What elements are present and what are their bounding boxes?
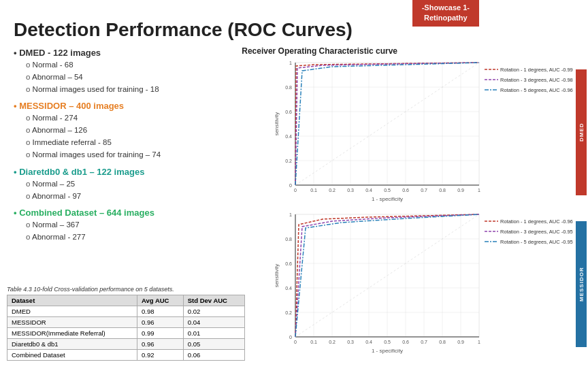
svg-text:0.6: 0.6 bbox=[402, 340, 409, 344]
performance-table: Dataset Avg AUC Std Dev AUC DMED0.980.02… bbox=[7, 295, 245, 361]
list-item: Immediate referral - 85 bbox=[26, 137, 259, 149]
svg-text:0.4: 0.4 bbox=[285, 134, 292, 139]
col-header-std-dev: Std Dev AUC bbox=[183, 295, 244, 306]
list-item: Normal images used for training - 18 bbox=[26, 84, 259, 96]
dmed-chart-svg: 0 0.2 0.4 0.6 0.8 1 0 0.1 0.2 0.3 0.4 0.… bbox=[268, 56, 574, 202]
section-diaretdb-items: Normal – 25 Abnormal - 97 bbox=[14, 178, 259, 203]
table-cell-std-dev: 0.02 bbox=[183, 306, 244, 317]
table-cell-std-dev: 0.05 bbox=[183, 339, 244, 350]
svg-text:0.8: 0.8 bbox=[285, 85, 292, 90]
svg-text:0.5: 0.5 bbox=[384, 188, 391, 193]
svg-text:0.2: 0.2 bbox=[285, 159, 292, 163]
svg-text:Rotation - 1 degrees, AUC -0.9: Rotation - 1 degrees, AUC -0.99 bbox=[500, 67, 573, 73]
svg-text:1: 1 bbox=[289, 61, 292, 65]
svg-text:1: 1 bbox=[289, 212, 292, 217]
table-cell-dataset: Diaretdb0 & db1 bbox=[7, 339, 137, 350]
banner-line2: Retinopathy bbox=[424, 14, 468, 22]
svg-text:0.6: 0.6 bbox=[285, 261, 292, 266]
table-cell-std-dev: 0.04 bbox=[183, 317, 244, 328]
section-dmed-title: • DMED - 122 images bbox=[14, 48, 259, 58]
table-row: Diaretdb0 & db10.960.05 bbox=[7, 339, 245, 350]
svg-text:0.8: 0.8 bbox=[285, 237, 292, 242]
svg-text:0: 0 bbox=[289, 335, 292, 340]
list-item: Abnormal - 277 bbox=[26, 231, 259, 244]
col-header-avg-auc: Avg AUC bbox=[137, 295, 184, 306]
dmed-side-label: DMED bbox=[576, 69, 587, 195]
svg-text:0.2: 0.2 bbox=[285, 310, 292, 315]
charts-panel: 0 0.2 0.4 0.6 0.8 1 0 0.1 0.2 0.3 0.4 0.… bbox=[268, 56, 574, 354]
section-messidor-items: Normal - 274 Abnormal – 126 Immediate re… bbox=[14, 112, 259, 161]
svg-text:Rotation - 1 degrees, AUC -0.9: Rotation - 1 degrees, AUC -0.96 bbox=[500, 218, 573, 225]
section-combined-items: Normal – 367 Abnormal - 277 bbox=[14, 219, 259, 244]
table-cell-dataset: MESSIDOR(Immediate Referral) bbox=[7, 328, 137, 339]
svg-text:0: 0 bbox=[289, 183, 292, 188]
svg-text:0.1: 0.1 bbox=[310, 340, 317, 344]
svg-text:Rotation - 5 degrees, AUC -0.9: Rotation - 5 degrees, AUC -0.96 bbox=[500, 87, 573, 93]
svg-text:0.6: 0.6 bbox=[285, 110, 292, 114]
section-messidor: • MESSIDOR – 400 images Normal - 274 Abn… bbox=[14, 101, 259, 161]
list-item: Normal images used for training – 74 bbox=[26, 149, 259, 161]
svg-text:1 - specificity: 1 - specificity bbox=[372, 196, 403, 202]
table-cell-std-dev: 0.06 bbox=[183, 350, 244, 361]
svg-text:0.7: 0.7 bbox=[421, 340, 427, 344]
list-item: Abnormal – 126 bbox=[26, 125, 259, 137]
banner-line1: -Showcase 1- bbox=[422, 3, 470, 12]
section-dmed-items: Normal - 68 Abnormal – 54 Normal images … bbox=[14, 59, 259, 95]
table-cell-dataset: DMED bbox=[7, 306, 137, 317]
section-combined-title: • Combined Dataset – 644 images bbox=[14, 208, 259, 218]
list-item: Abnormal - 97 bbox=[26, 191, 259, 203]
table-cell-dataset: Combined Dataset bbox=[7, 350, 137, 361]
svg-text:0: 0 bbox=[294, 188, 297, 193]
svg-text:1 - specificity: 1 - specificity bbox=[372, 348, 403, 354]
table-cell-avg-auc: 0.99 bbox=[137, 328, 184, 339]
svg-text:0.5: 0.5 bbox=[384, 340, 391, 344]
page-title: Detection Performance (ROC Curves) bbox=[14, 19, 353, 41]
top-banner: -Showcase 1- Retinopathy bbox=[412, 0, 479, 27]
svg-text:0.8: 0.8 bbox=[439, 188, 446, 193]
svg-text:1: 1 bbox=[478, 340, 480, 344]
svg-text:0.4: 0.4 bbox=[365, 188, 372, 193]
section-messidor-title: • MESSIDOR – 400 images bbox=[14, 101, 259, 111]
svg-text:Rotation - 5 degrees, AUC -0.9: Rotation - 5 degrees, AUC -0.95 bbox=[500, 239, 573, 245]
messidor-side-label: MESSIDOR bbox=[576, 221, 587, 347]
col-header-dataset: Dataset bbox=[7, 295, 137, 306]
list-item: Normal – 25 bbox=[26, 178, 259, 191]
svg-text:1: 1 bbox=[478, 188, 480, 193]
table-row: MESSIDOR0.960.04 bbox=[7, 317, 245, 328]
svg-text:0.4: 0.4 bbox=[365, 340, 372, 344]
svg-text:0.3: 0.3 bbox=[347, 188, 354, 193]
section-diaretdb-title: • Diaretdb0 & db1 – 122 images bbox=[14, 167, 259, 177]
left-content-panel: • DMED - 122 images Normal - 68 Abnormal… bbox=[14, 48, 259, 249]
svg-text:sensitivity: sensitivity bbox=[274, 264, 280, 288]
table-row: Combined Dataset0.920.06 bbox=[7, 350, 245, 361]
svg-text:0.7: 0.7 bbox=[421, 188, 427, 193]
svg-text:0.4: 0.4 bbox=[285, 286, 292, 291]
list-item: Abnormal – 54 bbox=[26, 71, 259, 84]
list-item: Normal – 367 bbox=[26, 219, 259, 231]
table-caption: Table 4.3 10-fold Cross-validation perfo… bbox=[7, 286, 245, 293]
roc-chart-title: Receiver Operating Characteristic curve bbox=[242, 46, 397, 56]
svg-text:0.9: 0.9 bbox=[457, 340, 464, 344]
svg-text:0.9: 0.9 bbox=[457, 188, 464, 193]
svg-text:Rotation - 3 degrees, AUC -0.9: Rotation - 3 degrees, AUC -0.98 bbox=[500, 77, 573, 83]
svg-text:0.3: 0.3 bbox=[347, 340, 354, 344]
list-item: Normal - 274 bbox=[26, 112, 259, 125]
messidor-chart-svg: 0 0.2 0.4 0.6 0.8 1 0 0.1 0.2 0.3 0.4 0.… bbox=[268, 208, 574, 354]
list-item: Normal - 68 bbox=[26, 59, 259, 71]
table-cell-std-dev: 0.01 bbox=[183, 328, 244, 339]
table-cell-dataset: MESSIDOR bbox=[7, 317, 137, 328]
svg-text:0.1: 0.1 bbox=[310, 188, 317, 193]
dmed-chart-container: 0 0.2 0.4 0.6 0.8 1 0 0.1 0.2 0.3 0.4 0.… bbox=[268, 56, 574, 202]
table-row: MESSIDOR(Immediate Referral)0.990.01 bbox=[7, 328, 245, 339]
svg-text:0.2: 0.2 bbox=[329, 188, 336, 193]
svg-text:0: 0 bbox=[294, 340, 297, 344]
table-cell-avg-auc: 0.98 bbox=[137, 306, 184, 317]
svg-text:Rotation - 3 degrees, AUC -0.9: Rotation - 3 degrees, AUC -0.95 bbox=[500, 229, 573, 235]
messidor-chart-container: 0 0.2 0.4 0.6 0.8 1 0 0.1 0.2 0.3 0.4 0.… bbox=[268, 208, 574, 354]
svg-text:0.6: 0.6 bbox=[402, 188, 409, 193]
table-cell-avg-auc: 0.92 bbox=[137, 350, 184, 361]
section-dmed: • DMED - 122 images Normal - 68 Abnormal… bbox=[14, 48, 259, 95]
table-cell-avg-auc: 0.96 bbox=[137, 339, 184, 350]
table-row: DMED0.980.02 bbox=[7, 306, 245, 317]
svg-text:0.2: 0.2 bbox=[329, 340, 336, 344]
